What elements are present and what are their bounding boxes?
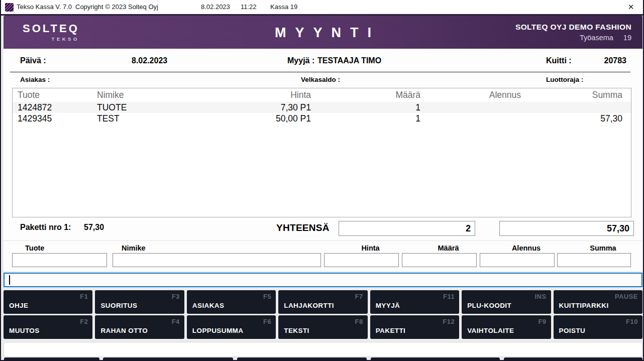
fkey-label: F11 bbox=[443, 293, 455, 300]
total-sum-field: 57,30 bbox=[499, 221, 634, 236]
total-quantity-field: 2 bbox=[339, 221, 475, 236]
titlebar[interactable]: Tekso Kassa V. 7.0 Copyright © 2023 Solt… bbox=[1, 0, 643, 16]
entry-label-alennus: Alennus bbox=[489, 244, 564, 252]
cell-tuote: 1424872 bbox=[13, 102, 97, 113]
entry-hinta-input[interactable] bbox=[324, 253, 399, 267]
receipt-label: Kuitti : bbox=[546, 56, 572, 65]
fkey-label: F1 bbox=[80, 293, 88, 300]
date-value: 8.02.2023 bbox=[132, 56, 167, 65]
store-info: SOLTEQ OYJ DEMO FASHION Työasema19 bbox=[515, 23, 631, 42]
command-input[interactable] bbox=[4, 273, 642, 287]
cell-maara: 1 bbox=[323, 102, 433, 113]
clipped-button[interactable] bbox=[4, 357, 99, 361]
clipped-button[interactable] bbox=[504, 357, 642, 361]
entry-divider bbox=[4, 240, 642, 241]
workstation-label: Työasema bbox=[580, 34, 613, 42]
page-title: MYYNTI bbox=[266, 25, 380, 41]
fkey-label: F4 bbox=[172, 318, 180, 325]
table-row[interactable]: 1429345 TEST 50,00 P1 1 57,30 bbox=[13, 113, 631, 124]
ohje-button[interactable]: OHJE F1 bbox=[4, 290, 92, 314]
entry-label-tuote: Tuote bbox=[25, 244, 44, 252]
rahan-otto-button[interactable]: RAHAN OTTO F4 bbox=[95, 315, 184, 339]
date-label: Päivä : bbox=[20, 56, 46, 65]
entry-label-summa: Summa bbox=[566, 244, 640, 252]
titlebar-time: 11:22 bbox=[241, 3, 257, 11]
copyright-text: Copyright © 2023 Solteq Oyj bbox=[75, 3, 158, 11]
cell-nimike: TEST bbox=[97, 113, 212, 124]
teksti-button[interactable]: TEKSTI F8 bbox=[278, 315, 367, 339]
table-row[interactable]: 1424872 TUOTE 7,30 P1 1 bbox=[13, 102, 631, 113]
paketti-button[interactable]: PAKETTI F12 bbox=[370, 315, 459, 339]
column-header-summa: Summa bbox=[533, 90, 631, 100]
clipped-button[interactable] bbox=[237, 357, 367, 361]
entry-summa-input[interactable] bbox=[557, 253, 631, 267]
clipped-button[interactable] bbox=[371, 357, 500, 361]
lahjakortti-button[interactable]: LAHJAKORTTI F7 bbox=[278, 290, 367, 314]
packet-label: Paketti nro 1: bbox=[20, 223, 71, 232]
entry-tuote-input[interactable] bbox=[12, 253, 107, 267]
app-window: Tekso Kassa V. 7.0 Copyright © 2023 Solt… bbox=[0, 0, 644, 361]
entry-label-hinta: Hinta bbox=[333, 244, 408, 252]
poistu-button[interactable]: POISTU F10 bbox=[554, 315, 642, 339]
debt-label: Velkasaldo : bbox=[301, 76, 340, 83]
column-header-hinta: Hinta bbox=[212, 90, 323, 100]
table-header-row: Tuote Nimike Hinta Määrä Alennus Summa bbox=[13, 88, 631, 102]
fkey-label: F8 bbox=[355, 318, 363, 325]
function-button-row-1: OHJE F1 SUORITUS F3 ASIAKAS F5 LAHJAKORT… bbox=[4, 290, 642, 314]
receipt-value: 20783 bbox=[604, 56, 627, 65]
entry-nimike-input[interactable] bbox=[113, 253, 321, 267]
cell-tuote: 1429345 bbox=[13, 113, 97, 124]
clipped-button[interactable] bbox=[103, 357, 233, 361]
cell-hinta: 7,30 P1 bbox=[212, 102, 323, 113]
packet-value: 57,30 bbox=[84, 223, 104, 232]
fkey-label: F10 bbox=[626, 318, 638, 325]
info-divider bbox=[10, 72, 630, 72]
entry-label-maara: Määrä bbox=[411, 244, 486, 252]
fkey-label: F12 bbox=[443, 318, 455, 325]
sale-lines-table: Tuote Nimike Hinta Määrä Alennus Summa 1… bbox=[12, 88, 631, 217]
seller-value: TESTAAJA TIMO bbox=[317, 56, 381, 65]
seller-label: Myyjä : bbox=[287, 56, 314, 65]
close-button[interactable]: ✕ bbox=[625, 1, 637, 13]
logo-sub-text: TEKSO bbox=[23, 36, 79, 42]
fkey-label: F5 bbox=[263, 293, 271, 300]
store-name: SOLTEQ OYJ DEMO FASHION bbox=[515, 23, 631, 32]
myyja-button[interactable]: MYYJÄ F11 bbox=[370, 290, 459, 314]
asiakas-button[interactable]: ASIAKAS F5 bbox=[187, 290, 276, 314]
status-bar bbox=[4, 342, 642, 357]
cell-hinta: 50,00 P1 bbox=[212, 113, 323, 124]
muutos-button[interactable]: MUUTOS F2 bbox=[4, 315, 92, 339]
app-title: Tekso Kassa V. 7.0 bbox=[17, 3, 72, 11]
fkey-label: F2 bbox=[80, 318, 88, 325]
app-icon bbox=[5, 3, 14, 12]
total-label: YHTEENSÄ bbox=[276, 222, 330, 233]
entry-maara-input[interactable] bbox=[402, 253, 477, 267]
solteq-logo: SOLTEQ TEKSO bbox=[23, 22, 79, 42]
titlebar-date: 8.02.2023 bbox=[201, 3, 230, 11]
credit-label: Luottoraja : bbox=[546, 76, 583, 83]
cell-maara: 1 bbox=[323, 113, 433, 124]
column-header-maara: Määrä bbox=[323, 90, 433, 100]
loppusumma-button[interactable]: LOPPUSUMMA F6 bbox=[187, 315, 276, 339]
cell-nimike: TUOTE bbox=[97, 102, 212, 113]
vaihtolaite-button[interactable]: VAIHTOLAITE F9 bbox=[462, 315, 551, 339]
fkey-label: PAUSE bbox=[615, 293, 638, 300]
page-header: SOLTEQ TEKSO MYYNTI SOLTEQ OYJ DEMO FASH… bbox=[4, 16, 642, 49]
logo-main-text: SOLTEQ bbox=[23, 22, 79, 35]
cell-summa: 57,30 bbox=[533, 113, 631, 124]
fkey-label: F3 bbox=[172, 293, 180, 300]
kuittiparkki-button[interactable]: KUITTIPARKKI PAUSE bbox=[554, 290, 642, 314]
fkey-label: F7 bbox=[355, 293, 363, 300]
column-header-nimike: Nimike bbox=[97, 90, 212, 100]
fkey-label: INS bbox=[534, 293, 546, 300]
entry-alennus-input[interactable] bbox=[480, 253, 555, 267]
customer-label: Asiakas : bbox=[20, 76, 50, 83]
text-caret bbox=[9, 275, 10, 285]
plu-koodit-button[interactable]: PLU-KOODIT INS bbox=[462, 290, 551, 314]
workstation-number: 19 bbox=[623, 34, 631, 42]
function-button-row-2: MUUTOS F2 RAHAN OTTO F4 LOPPUSUMMA F6 TE… bbox=[4, 315, 642, 339]
column-header-alennus: Alennus bbox=[433, 90, 533, 100]
entry-label-nimike: Nimike bbox=[122, 244, 146, 252]
suoritus-button[interactable]: SUORITUS F3 bbox=[95, 290, 184, 314]
fkey-label: F9 bbox=[538, 318, 546, 325]
